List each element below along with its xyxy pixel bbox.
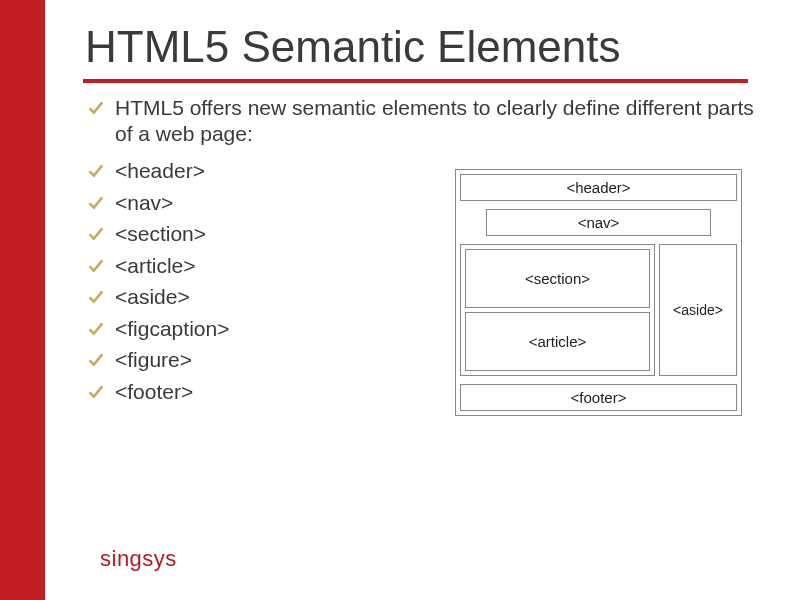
slide-title: HTML5 Semantic Elements	[85, 22, 760, 73]
list-item-label: <header>	[115, 159, 205, 182]
list-item: <figure>	[111, 344, 445, 376]
diagram-article-box: <article>	[465, 312, 650, 371]
list-item: <section>	[111, 218, 445, 250]
list-item: <figcaption>	[111, 313, 445, 345]
check-icon	[87, 257, 104, 274]
list-item: <footer>	[111, 376, 445, 408]
title-underline	[83, 79, 748, 83]
brand-logo: singsys	[100, 546, 177, 572]
subtitle-text: HTML5 offers new semantic elements to cl…	[115, 96, 754, 145]
diagram-mid-row: <section> <article> <aside>	[460, 244, 737, 376]
diagram-header-box: <header>	[460, 174, 737, 201]
diagram-aside-box: <aside>	[659, 244, 737, 376]
diagram-footer-box: <footer>	[460, 384, 737, 411]
check-icon	[87, 99, 104, 116]
check-icon	[87, 225, 104, 242]
diagram-section-box: <section>	[465, 249, 650, 308]
check-icon	[87, 320, 104, 337]
list-item-label: <aside>	[115, 285, 190, 308]
slide-content: HTML5 Semantic Elements HTML5 offers new…	[45, 0, 800, 600]
check-icon	[87, 351, 104, 368]
check-icon	[87, 383, 104, 400]
slide-subtitle: HTML5 offers new semantic elements to cl…	[115, 95, 760, 148]
list-item-label: <figure>	[115, 348, 192, 371]
sidebar-accent	[0, 0, 45, 600]
diagram-nav-box: <nav>	[486, 209, 711, 236]
content-row: <header> <nav> <section> <article> <asid…	[85, 151, 760, 416]
list-item: <header>	[111, 155, 445, 187]
list-item: <nav>	[111, 187, 445, 219]
diagram-outer: <header> <nav> <section> <article> <asid…	[455, 169, 742, 416]
list-item-label: <article>	[115, 254, 196, 277]
element-list: <header> <nav> <section> <article> <asid…	[85, 151, 445, 407]
check-icon	[87, 288, 104, 305]
check-icon	[87, 162, 104, 179]
list-item-label: <figcaption>	[115, 317, 229, 340]
list-item-label: <section>	[115, 222, 206, 245]
list-item-label: <nav>	[115, 191, 173, 214]
diagram-main-col: <section> <article>	[460, 244, 655, 376]
layout-diagram: <header> <nav> <section> <article> <asid…	[455, 169, 742, 416]
list-item-label: <footer>	[115, 380, 193, 403]
list-item: <article>	[111, 250, 445, 282]
list-item: <aside>	[111, 281, 445, 313]
check-icon	[87, 194, 104, 211]
